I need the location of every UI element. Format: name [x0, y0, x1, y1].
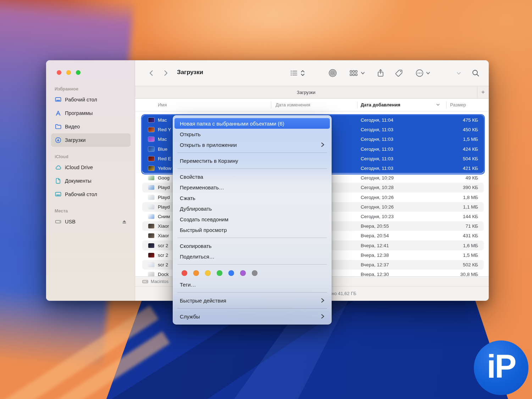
tag-icon — [395, 69, 403, 77]
menu-item-поделиться…[interactable]: Поделиться… — [174, 251, 330, 262]
share-button[interactable] — [375, 67, 386, 79]
menu-item-свойства[interactable]: Свойства — [174, 171, 330, 182]
sidebar-section-title: Места — [51, 206, 131, 215]
sidebar-item-label: Программы — [65, 110, 93, 116]
menu-item-label: Открыть — [180, 131, 201, 137]
file-name: Red Y — [158, 127, 171, 132]
view-list-button[interactable] — [288, 67, 300, 79]
group-button[interactable] — [348, 67, 359, 79]
column-header-added[interactable]: Дата добавления — [361, 99, 400, 111]
sidebar-item-загрузки[interactable]: Загрузки — [51, 133, 131, 147]
zoom-button[interactable] — [76, 70, 81, 75]
sidebar-section-title: iCloud — [51, 151, 131, 161]
tag-color-dot[interactable] — [240, 270, 246, 276]
menu-item-переименовать…[interactable]: Переименовать… — [174, 182, 330, 193]
file-thumbnail-icon — [148, 253, 154, 257]
file-size: 49 КБ — [466, 175, 478, 181]
date-added: Вчера, 12:37 — [361, 262, 389, 267]
tag-color-dot[interactable] — [193, 270, 199, 276]
toolbar-overflow-chevron[interactable] — [454, 67, 463, 79]
column-header-size[interactable]: Размер — [450, 99, 466, 111]
sidebar-item-label: Загрузки — [65, 137, 85, 143]
menu-item-label: Создать псевдоним — [180, 216, 228, 222]
view-sort-control[interactable] — [299, 67, 306, 79]
tab-downloads[interactable]: Загрузки — [135, 86, 477, 98]
file-thumbnail-icon — [148, 127, 154, 132]
airdrop-button[interactable] — [327, 67, 338, 79]
chevron-down-icon — [456, 71, 461, 76]
file-thumbnail-icon — [148, 195, 154, 200]
eject-icon[interactable] — [122, 219, 127, 224]
sidebar-item-usb[interactable]: USB — [51, 215, 131, 228]
file-name: scr 2 — [158, 243, 168, 248]
menu-item-скопировать[interactable]: Скопировать — [174, 240, 330, 251]
menu-item-теги…[interactable]: Теги… — [174, 279, 330, 290]
menu-item-открыть[interactable]: Открыть — [174, 129, 330, 139]
file-size: 424 КБ — [463, 146, 478, 152]
file-thumbnail-icon — [148, 147, 154, 151]
date-added: Сегодня, 10:29 — [361, 175, 394, 181]
search-button[interactable] — [470, 67, 481, 79]
tag-color-dot[interactable] — [217, 270, 222, 276]
menu-item-службы[interactable]: Службы — [174, 311, 330, 322]
tag-color-dot[interactable] — [182, 270, 187, 276]
sidebar-item-label: Рабочий стол — [65, 97, 97, 102]
file-size: 1,6 МБ — [463, 243, 478, 248]
menu-item-label: Переименовать… — [180, 184, 224, 190]
sidebar-item-программы[interactable]: Программы — [51, 106, 131, 120]
share-icon — [377, 69, 384, 77]
status-text: но 41,62 ГБ — [332, 291, 356, 296]
menu-item-label: Сжать — [180, 195, 195, 201]
path-item-volume[interactable]: Macintos — [151, 279, 168, 284]
submenu-chevron-icon — [321, 314, 325, 319]
menu-item-label: Быстрый просмотр — [180, 227, 227, 233]
sidebar-item-label: Рабочий стол — [65, 192, 97, 197]
menu-item-быстрые-действия[interactable]: Быстрые действия — [174, 295, 330, 306]
new-tab-button[interactable]: + — [477, 86, 489, 98]
date-added: Вчера, 12:38 — [361, 253, 389, 258]
sidebar-item-icloud-drive[interactable]: iCloud Drive — [51, 161, 131, 174]
column-header-name[interactable]: Имя — [158, 99, 167, 111]
chevron-left-icon — [150, 71, 153, 76]
date-added: Сегодня, 10:28 — [361, 185, 394, 190]
sidebar-section-title: Избранное — [51, 84, 131, 93]
menu-item-создать-псевдоним[interactable]: Создать псевдоним — [174, 214, 330, 225]
column-headers: Имя Дата изменения Дата добавления Разме… — [135, 99, 489, 111]
menu-item-дублировать[interactable]: Дублировать — [174, 203, 330, 214]
menu-item-быстрый-просмотр[interactable]: Быстрый просмотр — [174, 225, 330, 235]
date-added: Вчера, 20:55 — [361, 223, 389, 229]
tag-color-dot[interactable] — [205, 270, 211, 276]
tag-color-dot[interactable] — [228, 270, 234, 276]
date-added: Сегодня, 10:23 — [361, 214, 394, 219]
close-button[interactable] — [57, 70, 61, 75]
tag-color-dot[interactable] — [252, 270, 257, 276]
file-thumbnail-icon — [148, 185, 154, 190]
window-title: Загрузки — [177, 69, 203, 76]
sidebar-item-рабочий-стол[interactable]: Рабочий стол — [51, 93, 131, 106]
column-header-modified[interactable]: Дата изменения — [276, 99, 310, 111]
chevron-right-icon — [165, 71, 167, 76]
submenu-chevron-icon — [321, 142, 325, 147]
tags-button[interactable] — [393, 67, 405, 79]
up-down-chevrons-icon — [300, 70, 305, 77]
more-chevron[interactable] — [425, 67, 432, 79]
minimize-button[interactable] — [66, 70, 71, 75]
menu-item-label: Службы — [180, 314, 200, 320]
more-actions-button[interactable] — [414, 67, 425, 79]
submenu-chevron-icon — [321, 298, 325, 303]
file-size: 1,1 МБ — [463, 204, 478, 210]
sidebar-item-видео[interactable]: Видео — [51, 120, 131, 133]
external-drive-icon — [55, 218, 62, 225]
toolbar: Загрузки — [135, 60, 489, 86]
sidebar-item-документы[interactable]: Документы — [51, 174, 131, 188]
forward-button[interactable] — [160, 67, 171, 79]
menu-item-новая-папка-с-выбранными-объектами-(6)[interactable]: Новая папка с выбранными объектами (6) — [174, 118, 330, 129]
back-button[interactable] — [146, 67, 157, 79]
menu-item-сжать[interactable]: Сжать — [174, 193, 330, 203]
file-thumbnail-icon — [148, 233, 154, 238]
group-chevron[interactable] — [359, 67, 366, 79]
sidebar-item-рабочий-стол[interactable]: Рабочий стол — [51, 188, 131, 201]
file-name: Mac — [158, 137, 167, 142]
menu-item-открыть-в-приложении[interactable]: Открыть в приложении — [174, 139, 330, 150]
menu-item-переместить-в-корзину[interactable]: Переместить в Корзину — [174, 155, 330, 166]
